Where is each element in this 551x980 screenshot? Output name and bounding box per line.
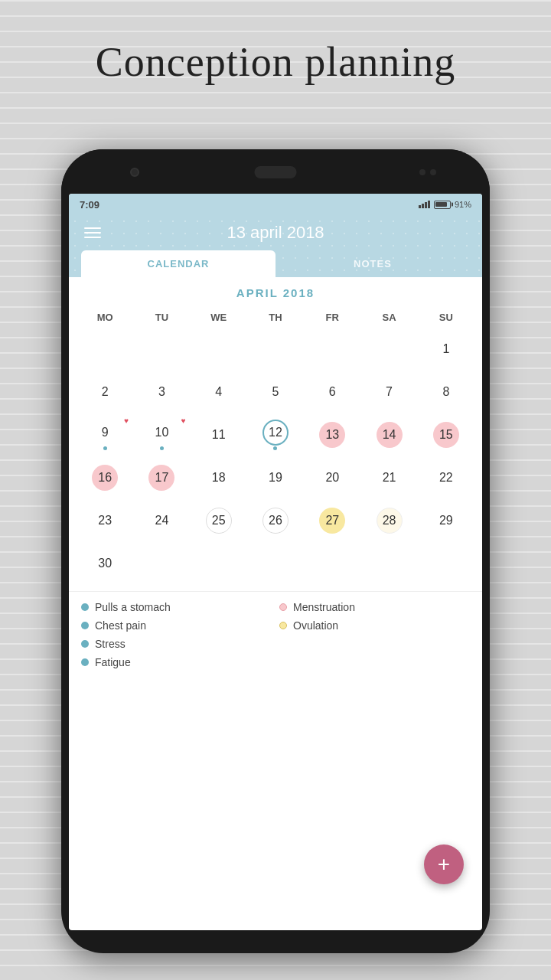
hamburger-line-2 xyxy=(84,232,101,234)
hamburger-line-3 xyxy=(84,237,101,238)
day-header-fr: FR xyxy=(304,307,360,328)
day-18[interactable]: 18 xyxy=(191,456,247,499)
legend-dot-pink xyxy=(279,603,287,611)
app-header: 13 april 2018 CALENDAR NOTES xyxy=(69,215,482,277)
legend-item-menstruation: Menstruation xyxy=(279,601,470,613)
day-1[interactable]: 1 xyxy=(418,328,474,371)
tab-bar: CALENDAR NOTES xyxy=(81,250,470,277)
signal-icon xyxy=(419,201,430,208)
blue-dot-10 xyxy=(160,446,164,450)
legend-label-fatigue: Fatigue xyxy=(95,656,131,668)
day-header-su: SU xyxy=(418,307,474,328)
day-empty xyxy=(191,542,247,585)
day-cell[interactable] xyxy=(304,328,360,371)
menu-button[interactable] xyxy=(81,224,104,241)
day-26[interactable]: 26 xyxy=(247,499,304,542)
day-16[interactable]: 16 xyxy=(77,456,133,499)
calendar-month-label: APRIL 2018 xyxy=(77,286,474,299)
add-button[interactable]: + xyxy=(424,844,464,884)
day-2[interactable]: 2 xyxy=(77,371,133,413)
day-17[interactable]: 17 xyxy=(133,456,190,499)
legend-label-ovulation: Ovulation xyxy=(293,619,338,632)
day-28[interactable]: 28 xyxy=(360,499,417,542)
legend-dot-yellow xyxy=(279,622,287,629)
day-4[interactable]: 4 xyxy=(191,371,247,413)
day-empty xyxy=(360,542,417,585)
day-13[interactable]: 13 xyxy=(304,413,360,456)
day-25[interactable]: 25 xyxy=(191,499,247,542)
day-11[interactable]: 11 xyxy=(191,413,247,456)
day-9[interactable]: ♥ 9 xyxy=(77,413,133,456)
day-empty xyxy=(304,542,360,585)
legend-dot-blue xyxy=(81,603,89,611)
day-10[interactable]: ♥ 10 xyxy=(133,413,190,456)
heart-icon-9: ♥ xyxy=(124,416,129,425)
day-5[interactable]: 5 xyxy=(247,371,304,413)
legend: Pulls a stomach Chest pain Stress Fatigu… xyxy=(69,591,482,678)
camera-dot xyxy=(130,168,139,177)
legend-item-fatigue: Fatigue xyxy=(81,656,272,668)
page-title: Conception planning xyxy=(0,0,551,109)
header-date: 13 april 2018 xyxy=(104,223,447,243)
phone-top-bar xyxy=(61,149,490,195)
hamburger-line-1 xyxy=(84,227,101,229)
day-21[interactable]: 21 xyxy=(360,456,417,499)
phone-screen: 7:09 91% xyxy=(69,194,482,930)
day-cell[interactable] xyxy=(191,328,247,371)
day-8[interactable]: 8 xyxy=(418,371,474,413)
legend-item-stress: Stress xyxy=(81,638,272,650)
day-30[interactable]: 30 xyxy=(77,542,133,585)
speaker-grill xyxy=(255,166,297,178)
calendar-grid: MO TU WE TH FR SA SU 1 2 3 4 5 xyxy=(77,307,474,585)
day-cell[interactable] xyxy=(247,328,304,371)
day-6[interactable]: 6 xyxy=(304,371,360,413)
tab-calendar[interactable]: CALENDAR xyxy=(81,250,276,277)
day-cell[interactable] xyxy=(77,328,133,371)
legend-label-menstruation: Menstruation xyxy=(293,601,355,613)
legend-dot-blue-4 xyxy=(81,658,89,666)
legend-item-pulls: Pulls a stomach xyxy=(81,601,272,613)
status-bar: 7:09 91% xyxy=(69,194,482,215)
day-cell[interactable] xyxy=(133,328,190,371)
day-header-sa: SA xyxy=(360,307,417,328)
blue-dot-9 xyxy=(103,446,107,450)
battery-percent: 91% xyxy=(455,200,471,209)
day-23[interactable]: 23 xyxy=(77,499,133,542)
status-time: 7:09 xyxy=(80,199,99,211)
legend-label-chest: Chest pain xyxy=(95,619,146,632)
day-27[interactable]: 27 xyxy=(304,499,360,542)
status-right: 91% xyxy=(419,200,471,209)
day-24[interactable]: 24 xyxy=(133,499,190,542)
day-19[interactable]: 19 xyxy=(247,456,304,499)
battery-icon xyxy=(434,201,451,209)
legend-item-ovulation: Ovulation xyxy=(279,619,470,632)
day-cell[interactable] xyxy=(360,328,417,371)
legend-label-stress: Stress xyxy=(95,638,126,650)
day-14[interactable]: 14 xyxy=(360,413,417,456)
day-7[interactable]: 7 xyxy=(360,371,417,413)
day-header-we: WE xyxy=(191,307,247,328)
legend-dot-blue-2 xyxy=(81,622,89,629)
day-12[interactable]: 12 xyxy=(247,413,304,456)
phone-frame: 7:09 91% xyxy=(61,149,490,953)
phone-sensors xyxy=(419,169,436,175)
day-20[interactable]: 20 xyxy=(304,456,360,499)
blue-dot-12 xyxy=(273,446,277,450)
day-29[interactable]: 29 xyxy=(418,499,474,542)
heart-icon-10: ♥ xyxy=(181,416,186,425)
day-15[interactable]: 15 xyxy=(418,413,474,456)
day-empty xyxy=(133,542,190,585)
legend-dot-blue-3 xyxy=(81,640,89,648)
legend-item-chest: Chest pain xyxy=(81,619,272,632)
day-header-mo: MO xyxy=(77,307,133,328)
day-empty xyxy=(247,542,304,585)
tab-notes[interactable]: NOTES xyxy=(276,250,470,277)
day-empty xyxy=(418,542,474,585)
day-header-tu: TU xyxy=(133,307,190,328)
day-3[interactable]: 3 xyxy=(133,371,190,413)
day-22[interactable]: 22 xyxy=(418,456,474,499)
day-header-th: TH xyxy=(247,307,304,328)
calendar-area: APRIL 2018 MO TU WE TH FR SA SU 1 2 xyxy=(69,277,482,591)
legend-label-pulls: Pulls a stomach xyxy=(95,601,171,613)
